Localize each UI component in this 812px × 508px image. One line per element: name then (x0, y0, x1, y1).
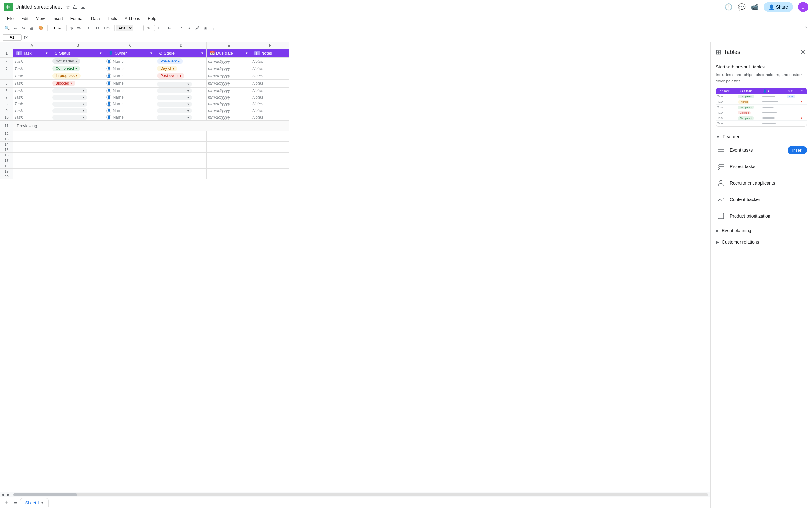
stage-post-badge[interactable]: Post-event ▾ (157, 73, 185, 79)
text-color-button[interactable]: A (186, 25, 193, 32)
date-cell-8[interactable]: mm/dd/yyyy (207, 100, 251, 107)
notes-cell-3[interactable]: Notes (251, 65, 289, 72)
owner-cell-7[interactable]: 👤Name (105, 94, 156, 100)
status-empty-7[interactable]: ▾ (52, 95, 87, 100)
owner-cell-9[interactable]: 👤Name (105, 107, 156, 114)
print-button[interactable]: 🖨 (28, 25, 36, 32)
status-cell-6[interactable]: ▾ (51, 87, 105, 94)
bold-button[interactable]: B (166, 25, 173, 32)
owner-cell-5[interactable]: 👤 Name (105, 80, 156, 87)
format-number[interactable]: 123 (102, 25, 112, 32)
font-size-box[interactable]: 10 (144, 25, 155, 31)
event-planning-section[interactable]: ▶ Event planning (711, 224, 812, 236)
col-header-e[interactable]: E (207, 42, 251, 49)
owner-dropdown[interactable]: ▾ (151, 51, 152, 55)
formula-input[interactable] (30, 35, 809, 40)
undo-button[interactable]: ↩ (12, 25, 20, 32)
date-cell-6[interactable]: mm/dd/yyyy (207, 87, 251, 94)
menu-help[interactable]: Help (145, 15, 159, 22)
date-cell-7[interactable]: mm/dd/yyyy (207, 94, 251, 100)
cloud-icon[interactable]: ☁ (80, 4, 85, 10)
notes-cell-9[interactable]: Notes (251, 107, 289, 114)
status-cell-4[interactable]: In progress ▾ (51, 72, 105, 80)
notes-cell-2[interactable]: Notes (251, 58, 289, 65)
font-size-plus[interactable]: + (156, 25, 162, 32)
menu-view[interactable]: View (33, 15, 48, 22)
status-cell-2[interactable]: Not started ▾ (51, 58, 105, 65)
recruitment-item[interactable]: Recruitment applicants (711, 175, 812, 191)
notes-cell-8[interactable]: Notes (251, 100, 289, 107)
header-status[interactable]: ⊙ Status ▾ (51, 49, 105, 58)
scroll-right-arrow[interactable]: ▶ (5, 493, 11, 497)
col-header-a[interactable]: A (13, 42, 51, 49)
task-cell-3[interactable]: Task (13, 65, 51, 72)
stage-empty-8[interactable]: ▾ (157, 102, 192, 107)
stage-cell-2[interactable]: Pre-event ▾ (156, 58, 207, 65)
owner-cell-8[interactable]: 👤Name (105, 100, 156, 107)
stage-empty-6[interactable]: ▾ (157, 88, 192, 93)
status-cell-3[interactable]: Completed ▾ (51, 65, 105, 72)
stage-empty-9[interactable]: ▾ (157, 109, 192, 113)
stage-dropdown[interactable]: ▾ (201, 51, 203, 55)
task-cell-4[interactable]: Task (13, 72, 51, 80)
date-cell-4[interactable]: mm/dd/yyyy (207, 72, 251, 80)
customer-relations-section[interactable]: ▶ Customer relations (711, 236, 812, 247)
stage-cell-5[interactable]: ▾ (156, 80, 207, 87)
task-cell-7[interactable]: Task (13, 94, 51, 100)
col-header-f[interactable]: F (251, 42, 289, 49)
history-icon[interactable]: 🕐 (725, 3, 733, 11)
notes-cell-7[interactable]: Notes (251, 94, 289, 100)
product-prioritization-item[interactable]: Product prioritization (711, 208, 812, 224)
header-task[interactable]: Tr Task ▾ (13, 49, 51, 58)
status-cell-10[interactable]: ▾ (51, 114, 105, 121)
project-tasks-item[interactable]: Project tasks (711, 158, 812, 175)
decrease-decimal[interactable]: .0 (83, 25, 91, 32)
header-duedate[interactable]: 📅 Due date ▾ (207, 49, 251, 58)
stage-pre-badge[interactable]: Pre-event ▾ (157, 58, 183, 64)
redo-button[interactable]: ↪ (20, 25, 27, 32)
owner-cell-2[interactable]: 👤 Name (105, 58, 156, 65)
sheet-tab-arrow[interactable]: ▾ (41, 501, 43, 505)
font-select[interactable]: Arial (116, 25, 133, 31)
strikethrough-button[interactable]: S (179, 25, 186, 32)
task-cell-2[interactable]: Task (13, 58, 51, 65)
add-sheet-button[interactable]: + (3, 498, 11, 507)
status-cell-7[interactable]: ▾ (51, 94, 105, 100)
stage-empty-7[interactable]: ▾ (157, 95, 192, 100)
date-cell-9[interactable]: mm/dd/yyyy (207, 107, 251, 114)
menu-file[interactable]: File (4, 15, 17, 22)
owner-cell-4[interactable]: 👤 Name (105, 72, 156, 80)
menu-tools[interactable]: Tools (104, 15, 120, 22)
sheet-container[interactable]: A B C D E F 1 Tr (0, 42, 710, 492)
status-cell-8[interactable]: ▾ (51, 100, 105, 107)
task-dropdown[interactable]: ▾ (46, 51, 48, 55)
comment-icon[interactable]: 💬 (738, 3, 746, 11)
sheet-tab-1[interactable]: Sheet 1 ▾ (20, 498, 49, 507)
folder-icon[interactable]: 🗁 (73, 4, 78, 10)
menu-edit[interactable]: Edit (18, 15, 31, 22)
stage-empty-5[interactable]: ▾ (157, 82, 192, 87)
task-cell-5[interactable]: Task (13, 80, 51, 87)
scroll-left-arrow[interactable]: ◀ (0, 493, 5, 497)
status-empty-10[interactable]: ▾ (52, 115, 87, 120)
header-notes[interactable]: Tr Notes (251, 49, 289, 58)
status-badge-blocked[interactable]: Blocked ▾ (52, 81, 75, 86)
panel-close-button[interactable]: ✕ (799, 47, 807, 57)
menu-data[interactable]: Data (88, 15, 103, 22)
notes-cell-5[interactable]: Notes (251, 80, 289, 87)
event-tasks-item[interactable]: Event tasks Insert (711, 142, 812, 158)
owner-cell-3[interactable]: 👤 Name (105, 65, 156, 72)
header-stage[interactable]: ⊙ Stage ▾ (156, 49, 207, 58)
event-tasks-insert-button[interactable]: Insert (787, 146, 807, 155)
font-size-minus[interactable]: − (137, 25, 143, 32)
status-empty-8[interactable]: ▾ (52, 102, 87, 107)
stage-cell-3[interactable]: Day of ▾ (156, 65, 207, 72)
paint-format-button[interactable]: 🎨 (37, 25, 45, 32)
task-cell-8[interactable]: Task (13, 100, 51, 107)
status-badge-in-progress[interactable]: In progress ▾ (52, 73, 81, 79)
stage-cell-4[interactable]: Post-event ▾ (156, 72, 207, 80)
stage-cell-10[interactable]: ▾ (156, 114, 207, 121)
status-empty-6[interactable]: ▾ (52, 88, 87, 93)
date-cell-2[interactable]: mm/dd/yyyy (207, 58, 251, 65)
menu-addons[interactable]: Add-ons (122, 15, 143, 22)
